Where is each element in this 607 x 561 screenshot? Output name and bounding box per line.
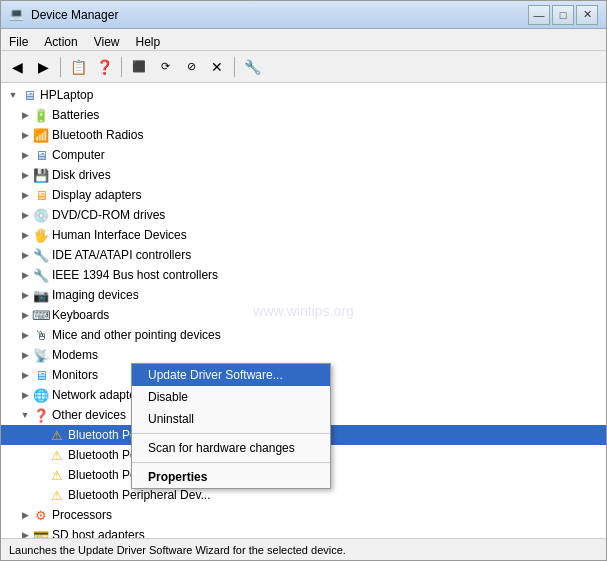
- ide-icon: 🔧: [33, 247, 49, 263]
- mouse-icon: 🖱: [33, 327, 49, 343]
- dvd-label: DVD/CD-ROM drives: [52, 208, 165, 222]
- ctx-disable[interactable]: Disable: [132, 386, 330, 408]
- hid-label: Human Interface Devices: [52, 228, 187, 242]
- computer-node-icon: 🖥: [33, 147, 49, 163]
- tree-item-disk[interactable]: ▶ 💾 Disk drives: [1, 165, 606, 185]
- menu-view[interactable]: View: [86, 31, 128, 48]
- root-expand-icon[interactable]: ▼: [5, 87, 21, 103]
- properties-button[interactable]: 📋: [66, 55, 90, 79]
- scan-button[interactable]: ⬛: [127, 55, 151, 79]
- computer-icon: 🖥: [21, 87, 37, 103]
- tree-item-keyboards[interactable]: ▶ ⌨ Keyboards: [1, 305, 606, 325]
- tree-item-dvd[interactable]: ▶ 💿 DVD/CD-ROM drives: [1, 205, 606, 225]
- network-icon: 🌐: [33, 387, 49, 403]
- main-content: ▼ 🖥 HPLaptop ▶ 🔋 Batteries ▶ 📶 Bluetooth…: [1, 83, 606, 538]
- minimize-button[interactable]: —: [528, 5, 550, 25]
- display-label: Display adapters: [52, 188, 141, 202]
- help-button[interactable]: ❓: [92, 55, 116, 79]
- root-label: HPLaptop: [40, 88, 93, 102]
- processors-label: Processors: [52, 508, 112, 522]
- keyboard-icon: ⌨: [33, 307, 49, 323]
- battery-icon: 🔋: [33, 107, 49, 123]
- toolbar-sep-3: [234, 57, 235, 77]
- ctx-update-driver[interactable]: Update Driver Software...: [132, 364, 330, 386]
- bt3-icon: ⚠: [49, 467, 65, 483]
- uninstall-button[interactable]: ✕: [205, 55, 229, 79]
- toolbar-sep-1: [60, 57, 61, 77]
- status-bar: Launches the Update Driver Software Wiza…: [1, 538, 606, 560]
- modems-label: Modems: [52, 348, 98, 362]
- monitor-icon: 🖥: [33, 367, 49, 383]
- keyboards-label: Keyboards: [52, 308, 109, 322]
- mice-label: Mice and other pointing devices: [52, 328, 221, 342]
- tree-item-bluetooth-radios[interactable]: ▶ 📶 Bluetooth Radios: [1, 125, 606, 145]
- device-manager-window: 💻 Device Manager — □ ✕ File Action View …: [0, 0, 607, 561]
- ieee-icon: 🔧: [33, 267, 49, 283]
- toolbar-sep-2: [121, 57, 122, 77]
- title-bar-buttons: — □ ✕: [528, 5, 598, 25]
- disk-icon: 💾: [33, 167, 49, 183]
- close-button[interactable]: ✕: [576, 5, 598, 25]
- modem-icon: 📡: [33, 347, 49, 363]
- bt4-label: Bluetooth Peripheral Dev...: [68, 488, 211, 502]
- hid-icon: 🖐: [33, 227, 49, 243]
- tree-item-mice[interactable]: ▶ 🖱 Mice and other pointing devices: [1, 325, 606, 345]
- bt2-icon: ⚠: [49, 447, 65, 463]
- tree-item-root[interactable]: ▼ 🖥 HPLaptop: [1, 85, 606, 105]
- menu-file[interactable]: File: [1, 31, 36, 48]
- tree-item-display[interactable]: ▶ 🖥 Display adapters: [1, 185, 606, 205]
- tree-item-computer[interactable]: ▶ 🖥 Computer: [1, 145, 606, 165]
- bt1-icon: ⚠: [49, 427, 65, 443]
- imaging-icon: 📷: [33, 287, 49, 303]
- tree-item-ide[interactable]: ▶ 🔧 IDE ATA/ATAPI controllers: [1, 245, 606, 265]
- tree-item-hid[interactable]: ▶ 🖐 Human Interface Devices: [1, 225, 606, 245]
- ctx-sep-1: [132, 433, 330, 434]
- disable-button[interactable]: ⊘: [179, 55, 203, 79]
- tree-item-ieee[interactable]: ▶ 🔧 IEEE 1394 Bus host controllers: [1, 265, 606, 285]
- tree-item-modems[interactable]: ▶ 📡 Modems: [1, 345, 606, 365]
- other-expand-icon[interactable]: ▼: [17, 407, 33, 423]
- maximize-button[interactable]: □: [552, 5, 574, 25]
- dvd-icon: 💿: [33, 207, 49, 223]
- bt4-icon: ⚠: [49, 487, 65, 503]
- ieee-label: IEEE 1394 Bus host controllers: [52, 268, 218, 282]
- tree-item-processors[interactable]: ▶ ⚙ Processors: [1, 505, 606, 525]
- computer-label: Computer: [52, 148, 105, 162]
- title-bar: 💻 Device Manager — □ ✕: [1, 1, 606, 29]
- other-label: Other devices: [52, 408, 126, 422]
- ide-label: IDE ATA/ATAPI controllers: [52, 248, 191, 262]
- sdhost-label: SD host adapters: [52, 528, 145, 538]
- menu-bar: File Action View Help: [1, 29, 606, 51]
- processor-icon: ⚙: [33, 507, 49, 523]
- tree-item-sdhost[interactable]: ▶ 💳 SD host adapters: [1, 525, 606, 538]
- back-button[interactable]: ◀: [5, 55, 29, 79]
- menu-help[interactable]: Help: [128, 31, 169, 48]
- bluetooth-radios-label: Bluetooth Radios: [52, 128, 143, 142]
- ctx-uninstall[interactable]: Uninstall: [132, 408, 330, 430]
- add-hardware-button[interactable]: 🔧: [240, 55, 264, 79]
- other-icon: ❓: [33, 407, 49, 423]
- update-driver-button[interactable]: ⟳: [153, 55, 177, 79]
- bluetooth-radios-icon: 📶: [33, 127, 49, 143]
- bluetooth-radios-expand: ▶: [17, 127, 33, 143]
- monitors-label: Monitors: [52, 368, 98, 382]
- tree-item-imaging[interactable]: ▶ 📷 Imaging devices: [1, 285, 606, 305]
- status-text: Launches the Update Driver Software Wiza…: [9, 544, 346, 556]
- title-bar-icon: 💻: [9, 7, 25, 23]
- context-menu: Update Driver Software... Disable Uninst…: [131, 363, 331, 489]
- sdhost-icon: 💳: [33, 527, 49, 538]
- batteries-label: Batteries: [52, 108, 99, 122]
- toolbar: ◀ ▶ 📋 ❓ ⬛ ⟳ ⊘ ✕ 🔧: [1, 51, 606, 83]
- batteries-expand: ▶: [17, 107, 33, 123]
- menu-action[interactable]: Action: [36, 31, 85, 48]
- forward-button[interactable]: ▶: [31, 55, 55, 79]
- ctx-sep-2: [132, 462, 330, 463]
- disk-label: Disk drives: [52, 168, 111, 182]
- ctx-scan-hardware[interactable]: Scan for hardware changes: [132, 437, 330, 459]
- display-icon: 🖥: [33, 187, 49, 203]
- ctx-properties[interactable]: Properties: [132, 466, 330, 488]
- title-bar-text: Device Manager: [31, 8, 522, 22]
- tree-item-batteries[interactable]: ▶ 🔋 Batteries: [1, 105, 606, 125]
- imaging-label: Imaging devices: [52, 288, 139, 302]
